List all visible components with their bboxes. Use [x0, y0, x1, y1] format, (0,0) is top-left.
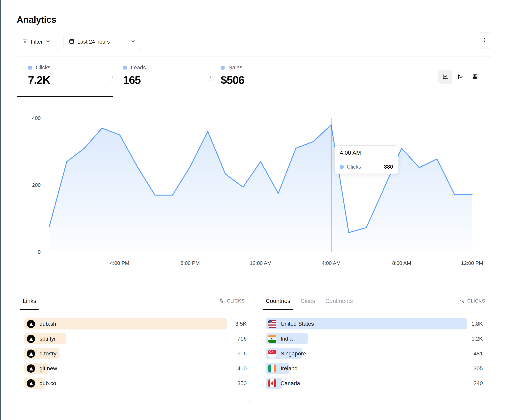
chevron-right-icon [209, 75, 212, 79]
tab-continents[interactable]: Continents [325, 292, 353, 310]
x-axis-tick-label: 4:00 PM [110, 260, 129, 266]
bar-content: dub.co [27, 378, 56, 389]
bar-content: dub.sh [27, 318, 56, 329]
y-axis-tick-label: 400 [17, 115, 41, 121]
cursor-click-icon [219, 298, 225, 304]
flag-ireland-icon [268, 364, 276, 372]
tooltip-value: 380 [384, 164, 393, 170]
bar-track: dub.sh [24, 318, 227, 329]
country-row[interactable]: United States1.8K [266, 318, 483, 329]
links-metric-selector[interactable]: CLICKS [219, 298, 245, 304]
filter-button[interactable]: Filter [17, 34, 58, 50]
expand-clicks-chevron-button[interactable] [109, 73, 117, 81]
countries-metric-selector[interactable]: CLICKS [460, 298, 485, 304]
y-axis-tick-label: 0 [17, 249, 41, 255]
tooltip-time: 4:00 AM [335, 146, 398, 160]
flag-canada-icon [268, 379, 276, 387]
chevron-down-icon [45, 39, 51, 45]
x-axis-tick-label: 8:00 AM [392, 260, 411, 266]
area-chart-canvas [17, 97, 491, 285]
flag-us-icon [268, 320, 276, 328]
funnel-chart-view-button[interactable] [453, 70, 467, 84]
link-avatar [27, 364, 35, 373]
y-axis-tick-label: 200 [17, 182, 41, 188]
links-panel-header: Links CLICKS [17, 292, 251, 310]
x-axis-tick-label: 8:00 PM [180, 260, 200, 266]
bar-content: git.new [27, 363, 57, 374]
link-row[interactable]: d.to/try606 [24, 348, 247, 359]
table-view-button[interactable] [468, 70, 482, 84]
row-value: 1.2K [467, 336, 483, 342]
stat-clicks[interactable]: Clicks 7.2K [17, 57, 113, 97]
countries-rows: United States1.8KIndia1.2KSingapore481Ir… [260, 310, 491, 389]
bar-track: Ireland [266, 363, 467, 374]
tab-links[interactable]: Links [23, 292, 36, 310]
expand-leads-chevron-button[interactable] [207, 73, 215, 81]
breakdown-panels: Links CLICKS dub.sh3.5Kspti.fyi716d.to/t… [17, 292, 491, 402]
link-row[interactable]: spti.fyi716 [24, 333, 247, 344]
countries-panel-header: Countries Cities Continents CLICKS [260, 292, 491, 310]
dub-logo-icon [27, 335, 35, 343]
row-value: 240 [467, 380, 483, 386]
date-range-button[interactable]: Last 24 hours [63, 34, 141, 50]
row-value: 410 [227, 365, 247, 372]
stat-leads[interactable]: Leads 165 [113, 57, 211, 97]
row-value: 3.5K [227, 321, 247, 327]
row-value: 1.8K [467, 321, 483, 327]
row-label: Ireland [281, 365, 298, 372]
dub-logo-icon [27, 364, 35, 373]
toolbar: Filter Last 24 hours [17, 34, 491, 50]
chevron-right-icon [111, 75, 115, 79]
link-avatar [27, 379, 35, 388]
bar-content: Canada [268, 378, 300, 389]
chart-tooltip: 4:00 AM Clicks 380 [335, 145, 398, 174]
tooltip-series-label: Clicks [347, 164, 381, 170]
row-value: 305 [467, 365, 483, 372]
country-row[interactable]: Singapore481 [266, 348, 483, 359]
tab-countries[interactable]: Countries [266, 292, 290, 310]
filter-button-label: Filter [31, 39, 43, 45]
filter-icon [22, 38, 28, 46]
tab-cities[interactable]: Cities [301, 292, 315, 310]
country-row[interactable]: Canada240 [266, 378, 483, 389]
link-row[interactable]: dub.sh3.5K [24, 318, 247, 329]
row-value: 716 [227, 336, 247, 342]
analytics-page: Analytics Filter Last 24 hours [17, 0, 491, 402]
bar-track: git.new [24, 363, 227, 374]
country-row[interactable]: Ireland305 [266, 363, 483, 374]
bar-content: Singapore [268, 348, 306, 359]
kebab-menu-icon [482, 37, 487, 44]
bar-content: spti.fyi [27, 333, 55, 344]
flag-sg-icon [268, 350, 276, 358]
row-label: United States [281, 321, 314, 327]
link-row[interactable]: git.new410 [24, 363, 247, 374]
bar-content: United States [268, 318, 314, 329]
row-label: Singapore [281, 350, 306, 357]
country-row[interactable]: India1.2K [266, 333, 483, 344]
link-avatar [27, 320, 35, 328]
bar-content: d.to/try [27, 348, 57, 359]
stat-leads-label: Leads [131, 64, 146, 71]
countries-metric-label: CLICKS [467, 298, 485, 304]
stats-row: Clicks 7.2K Leads 165 Sales $506 [17, 57, 491, 97]
row-label: d.to/try [39, 350, 57, 357]
links-panel: Links CLICKS dub.sh3.5Kspti.fyi716d.to/t… [17, 292, 251, 402]
row-label: git.new [39, 365, 57, 372]
bar-track: India [266, 333, 467, 344]
x-axis-tick-label: 12:00 PM [461, 260, 483, 266]
line-chart-view-button[interactable] [438, 70, 452, 84]
stat-clicks-value: 7.2K [28, 73, 113, 86]
row-label: dub.co [39, 380, 56, 386]
bar-track: spti.fyi [24, 333, 227, 344]
flag-singapore-icon [268, 350, 276, 358]
link-row[interactable]: dub.co350 [24, 378, 247, 389]
bar-track: dub.co [24, 378, 227, 389]
row-label: spti.fyi [39, 336, 55, 342]
clicks-timeseries-chart[interactable]: 02004004:00 PM8:00 PM12:00 AM4:00 AM8:00… [17, 97, 491, 285]
dub-logo-icon [27, 349, 35, 358]
more-options-button[interactable] [478, 32, 491, 49]
page-title: Analytics [17, 14, 491, 25]
dub-logo-icon [27, 379, 35, 388]
stat-leads-value: 165 [123, 73, 211, 86]
window-edge-strip [0, 0, 1, 420]
